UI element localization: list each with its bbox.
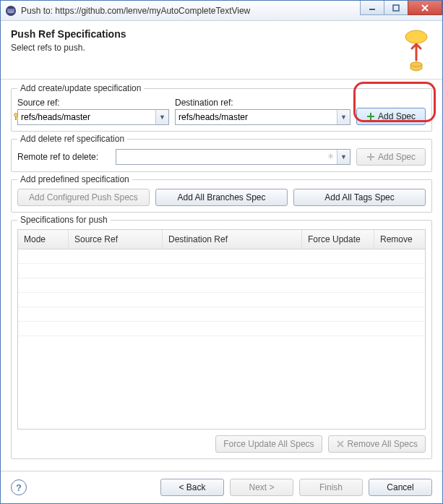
- cancel-button[interactable]: Cancel: [369, 479, 432, 496]
- minimize-button[interactable]: [360, 1, 384, 15]
- help-button[interactable]: ?: [11, 479, 27, 495]
- svg-point-6: [410, 62, 422, 67]
- title-bar[interactable]: Push to: https://github.com/lenve/myAuto…: [1, 1, 442, 21]
- table-row: [18, 293, 425, 307]
- svg-point-7: [14, 114, 18, 117]
- add-delete-spec-button: Add Spec: [356, 148, 426, 166]
- add-all-branches-button[interactable]: Add All Branches Spec: [155, 189, 288, 206]
- remove-all-button: Remove All Specs: [328, 435, 426, 453]
- wizard-footer: ? < Back Next > Finish Cancel: [1, 471, 442, 503]
- col-remove[interactable]: Remove: [374, 230, 425, 249]
- eclipse-icon: [5, 5, 17, 17]
- assist-bulb-icon: [14, 113, 18, 121]
- plus-icon: [366, 153, 375, 161]
- table-row: [18, 249, 425, 264]
- content-area: Add create/update specification Source r…: [1, 80, 442, 471]
- chevron-down-icon[interactable]: ▼: [337, 110, 350, 124]
- add-all-tags-button[interactable]: Add All Tags Spec: [293, 189, 426, 206]
- col-source-ref[interactable]: Source Ref: [69, 230, 163, 249]
- remove-icon: [336, 440, 345, 448]
- col-dest-ref[interactable]: Destination Ref: [163, 230, 302, 249]
- remote-ref-input[interactable]: [116, 150, 337, 164]
- source-ref-combo[interactable]: ▼: [17, 109, 169, 125]
- clear-icon[interactable]: ✳: [327, 152, 334, 161]
- chevron-down-icon[interactable]: ▼: [155, 110, 168, 124]
- dialog-window: Push to: https://github.com/lenve/myAuto…: [0, 0, 443, 504]
- maximize-icon: [392, 4, 400, 12]
- page-subtitle: Select refs to push.: [11, 43, 400, 53]
- close-button[interactable]: [408, 1, 442, 15]
- window-title: Push to: https://github.com/lenve/myAuto…: [21, 6, 361, 16]
- add-delete-spec-label: Add Spec: [378, 152, 416, 162]
- table-row: [18, 322, 425, 336]
- col-force-update[interactable]: Force Update: [302, 230, 374, 249]
- remove-all-label: Remove All Specs: [348, 439, 418, 449]
- col-mode[interactable]: Mode: [18, 230, 69, 249]
- add-spec-button[interactable]: Add Spec: [356, 108, 426, 125]
- specs-table[interactable]: Mode Source Ref Destination Ref Force Up…: [17, 229, 426, 430]
- group-delete-title: Add delete ref specification: [17, 134, 127, 144]
- add-configured-button: Add Configured Push Specs: [17, 189, 150, 206]
- source-ref-label: Source ref:: [17, 98, 169, 108]
- window-controls: [361, 1, 442, 20]
- chevron-down-icon[interactable]: ▼: [337, 150, 350, 164]
- group-predefined: Add predefined specification Add Configu…: [11, 179, 432, 213]
- remote-ref-combo[interactable]: ✳ ▼: [116, 149, 350, 165]
- force-update-all-button: Force Update All Specs: [215, 435, 322, 453]
- group-specs: Specifications for push Mode Source Ref …: [11, 220, 432, 459]
- add-spec-label: Add Spec: [378, 111, 416, 121]
- svg-rect-8: [15, 117, 17, 120]
- table-row: [18, 307, 425, 322]
- group-predefined-title: Add predefined specification: [17, 174, 132, 184]
- source-ref-input[interactable]: [18, 110, 155, 124]
- page-title: Push Ref Specifications: [11, 28, 400, 40]
- wizard-header: Push Ref Specifications Select refs to p…: [1, 21, 442, 80]
- table-body: [18, 249, 425, 429]
- finish-button: Finish: [299, 479, 363, 496]
- remote-ref-label: Remote ref to delete:: [17, 152, 110, 162]
- close-icon: [421, 4, 429, 12]
- help-icon: ?: [16, 482, 22, 493]
- destination-ref-combo[interactable]: ▼: [175, 109, 350, 125]
- destination-ref-label: Destination ref:: [175, 98, 350, 108]
- destination-ref-input[interactable]: [176, 110, 337, 124]
- push-graphic: [400, 28, 432, 72]
- svg-point-5: [405, 30, 427, 43]
- table-header: Mode Source Ref Destination Ref Force Up…: [18, 230, 425, 249]
- group-create-title: Add create/update specification: [17, 83, 144, 93]
- next-button: Next >: [230, 479, 293, 496]
- group-create-update: Add create/update specification Source r…: [11, 88, 432, 132]
- svg-rect-2: [393, 5, 399, 11]
- group-delete-ref: Add delete ref specification Remote ref …: [11, 139, 432, 172]
- maximize-button[interactable]: [384, 1, 408, 15]
- group-specs-title: Specifications for push: [17, 215, 111, 225]
- back-button[interactable]: < Back: [160, 479, 224, 496]
- table-row: [18, 264, 425, 278]
- table-row: [18, 278, 425, 293]
- minimize-icon: [369, 4, 376, 12]
- plus-icon: [366, 112, 375, 121]
